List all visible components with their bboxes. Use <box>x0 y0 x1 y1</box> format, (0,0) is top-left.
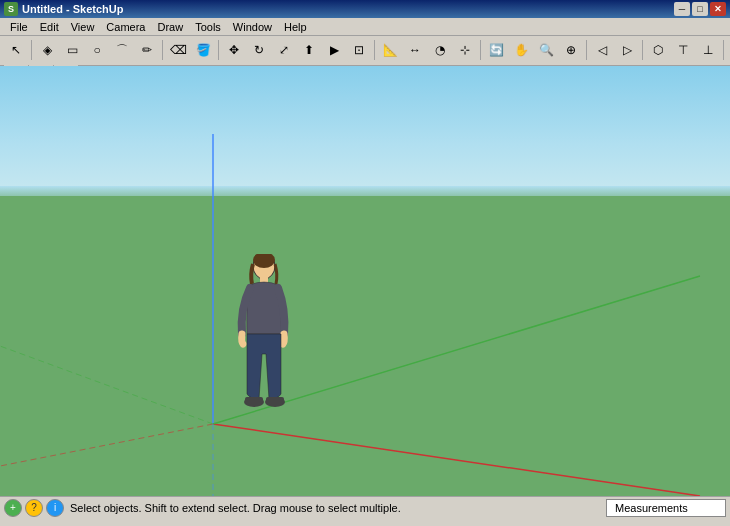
circle-tool[interactable]: ○ <box>85 38 109 62</box>
app-icon: S <box>4 2 18 16</box>
status-icon-green[interactable]: + <box>4 499 22 517</box>
toolbar-sep-1 <box>31 40 32 60</box>
followme-tool[interactable]: ▶ <box>322 38 346 62</box>
title-bar-buttons: ─ □ ✕ <box>674 2 726 16</box>
menu-camera[interactable]: Camera <box>100 20 151 34</box>
dimension-tool[interactable]: ↔ <box>403 38 427 62</box>
measurements-label: Measurements <box>615 502 688 514</box>
protractor-tool[interactable]: ◔ <box>428 38 452 62</box>
menu-help[interactable]: Help <box>278 20 313 34</box>
move-tool[interactable]: ✥ <box>222 38 246 62</box>
toolbar: ↖ ◈ ▭ ○ ⌒ ✏ ⌫ 🪣 ✥ ↻ ⤢ ⬆ ▶ ⊡ 📐 ↔ ◔ ⊹ 🔄 ✋ … <box>0 36 730 66</box>
offset-tool[interactable]: ⊡ <box>347 38 371 62</box>
next-view[interactable]: ▷ <box>615 38 639 62</box>
sky <box>0 66 730 196</box>
toolbar-sep-4 <box>374 40 375 60</box>
zoom-extents-tool[interactable]: ⊕ <box>559 38 583 62</box>
status-text: Select objects. Shift to extend select. … <box>70 502 600 514</box>
minimize-button[interactable]: ─ <box>674 2 690 16</box>
toolbar-sep-7 <box>642 40 643 60</box>
front-view[interactable]: ⊥ <box>696 38 720 62</box>
status-icon-help[interactable]: ? <box>25 499 43 517</box>
iso-view[interactable]: ⬡ <box>646 38 670 62</box>
svg-rect-10 <box>245 397 263 404</box>
axes-tool[interactable]: ⊹ <box>453 38 477 62</box>
menu-edit[interactable]: Edit <box>34 20 65 34</box>
close-button[interactable]: ✕ <box>710 2 726 16</box>
pushpull-tool[interactable]: ⬆ <box>297 38 321 62</box>
status-icon-info[interactable]: i <box>46 499 64 517</box>
top-view[interactable]: ⊤ <box>671 38 695 62</box>
rotate-tool[interactable]: ↻ <box>247 38 271 62</box>
menu-bar: File Edit View Camera Draw Tools Window … <box>0 18 730 36</box>
toolbar-sep-2 <box>162 40 163 60</box>
menu-window[interactable]: Window <box>227 20 278 34</box>
measurements-box[interactable]: Measurements <box>606 499 726 517</box>
toolbar-sep-3 <box>218 40 219 60</box>
window-title: Untitled - SketchUp <box>22 3 123 15</box>
orbit-tool[interactable]: 🔄 <box>484 38 508 62</box>
toolbar-sep-5 <box>480 40 481 60</box>
menu-view[interactable]: View <box>65 20 101 34</box>
title-bar-left: S Untitled - SketchUp <box>4 2 123 16</box>
arc-tool[interactable]: ⌒ <box>110 38 134 62</box>
component-tool[interactable]: ◈ <box>35 38 59 62</box>
svg-rect-12 <box>266 397 284 404</box>
zoom-tool[interactable]: 🔍 <box>534 38 558 62</box>
select-tool[interactable]: ↖ <box>4 38 28 62</box>
rectangle-tool[interactable]: ▭ <box>60 38 84 62</box>
scale-tool[interactable]: ⤢ <box>272 38 296 62</box>
eraser-tool[interactable]: ⌫ <box>166 38 190 62</box>
freehand-tool[interactable]: ✏ <box>135 38 159 62</box>
person-figure <box>232 254 297 429</box>
tape-tool[interactable]: 📐 <box>378 38 402 62</box>
status-icons: + ? i <box>4 499 64 517</box>
paint-tool[interactable]: 🪣 <box>191 38 215 62</box>
toolbar-sep-6 <box>586 40 587 60</box>
menu-tools[interactable]: Tools <box>189 20 227 34</box>
status-bar: + ? i Select objects. Shift to extend se… <box>0 496 730 518</box>
previous-view[interactable]: ◁ <box>590 38 614 62</box>
menu-draw[interactable]: Draw <box>151 20 189 34</box>
toolbar-sep-8 <box>723 40 724 60</box>
ground <box>0 196 730 496</box>
pan-tool[interactable]: ✋ <box>509 38 533 62</box>
menu-file[interactable]: File <box>4 20 34 34</box>
maximize-button[interactable]: □ <box>692 2 708 16</box>
viewport[interactable] <box>0 66 730 496</box>
title-bar: S Untitled - SketchUp ─ □ ✕ <box>0 0 730 18</box>
